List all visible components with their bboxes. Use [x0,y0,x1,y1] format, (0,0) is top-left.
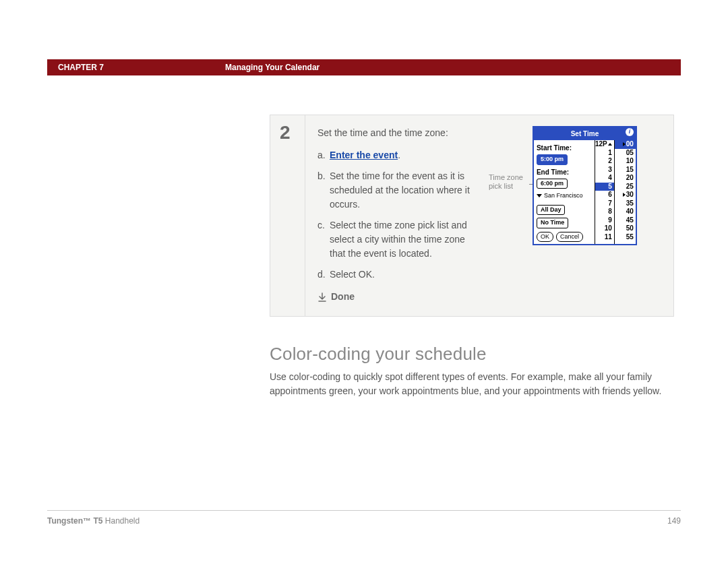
product-name: Tungsten™ T5 Handheld [47,516,140,526]
hour-value[interactable]: 11 [595,233,612,242]
hour-value[interactable]: 1 [595,149,612,158]
info-icon[interactable]: i [626,128,634,136]
minute-value[interactable]: 55 [615,233,634,242]
hour-value[interactable]: 2 [595,157,612,166]
step-instructions: Set the time and the time zone: a. Enter… [317,126,479,304]
marker-icon [623,193,626,197]
minute-value[interactable]: 25 [615,183,634,191]
timezone-picklist[interactable]: San Francisco [537,191,592,201]
hour-value[interactable]: 10 [595,224,612,233]
time-columns: 12P1234567891011 00051015202530354045505… [595,140,636,244]
step-letter: d. [317,268,330,282]
chapter-label: CHAPTER 7 [58,63,104,72]
done-label: Done [331,290,355,304]
all-day-button[interactable]: All Day [537,205,566,216]
step-c-text: Select the time zone pick list and selec… [330,218,479,261]
hour-column[interactable]: 12P1234567891011 [595,140,615,244]
step-d-text: Select OK. [330,268,375,282]
step-item-c: c. Select the time zone pick list and se… [317,218,479,261]
start-time-button[interactable]: 5:00 pm [537,154,568,165]
minute-value[interactable]: 30 [615,191,634,199]
minute-value[interactable]: 50 [615,224,634,233]
step-item-a: a. Enter the event. [317,148,479,162]
step-b-text: Set the time for the event as it is sche… [330,169,479,212]
step-item-b: b. Set the time for the event as it is s… [317,169,479,212]
minute-column[interactable]: 000510152025303540455055 [615,140,636,244]
minute-value[interactable]: 35 [615,199,634,208]
section-heading: Color-coding your schedule [270,344,674,365]
hour-value[interactable]: 12P [595,140,612,149]
no-time-button[interactable]: No Time [537,218,568,228]
hour-value[interactable]: 6 [595,191,612,199]
end-time-label: End Time: [537,167,592,177]
step-intro: Set the time and the time zone: [317,126,479,140]
down-arrow-icon [317,292,327,302]
chapter-header: CHAPTER 7 Managing Your Calendar [47,59,681,75]
chapter-title: Managing Your Calendar [225,63,320,72]
minute-value[interactable]: 45 [615,216,634,225]
main-content: 2 Set the time and the time zone: a. Ent… [270,115,674,398]
end-time-button[interactable]: 6:00 pm [537,179,568,189]
ok-button[interactable]: OK [537,232,553,243]
step-a-suffix: . [398,150,400,160]
hour-value[interactable]: 7 [595,199,612,208]
step-number: 2 [270,115,305,316]
minute-value[interactable]: 05 [615,149,634,158]
callout-line2: pick list [489,182,513,191]
dialog-left-panel: Start Time: 5:00 pm End Time: 6:00 pm Sa… [534,140,595,244]
minute-value[interactable]: 20 [615,174,634,183]
up-arrow-icon[interactable] [608,143,612,146]
hour-value[interactable]: 9 [595,216,612,225]
minute-value[interactable]: 00 [615,140,636,149]
step-item-d: d. Select OK. [317,268,479,282]
callout-line1: Time zone [489,173,523,182]
chevron-down-icon [537,194,542,197]
page-number: 149 [667,516,681,526]
start-time-label: Start Time: [537,143,592,153]
marker-icon [623,142,626,146]
done-indicator: Done [317,290,479,304]
minute-value[interactable]: 15 [615,166,634,175]
set-time-dialog: Set Time i Start Time: 5:00 pm End Time:… [533,126,637,245]
step-letter: c. [317,218,330,261]
hour-value[interactable]: 8 [595,208,612,216]
cancel-button[interactable]: Cancel [556,232,583,243]
callout: Time zone pick list [489,126,523,304]
step-body: Set the time and the time zone: a. Enter… [305,115,648,316]
minute-value[interactable]: 40 [615,208,634,216]
step-block: 2 Set the time and the time zone: a. Ent… [270,115,674,317]
hour-value[interactable]: 5 [595,183,614,191]
dialog-title: Set Time i [534,127,636,140]
timezone-value: San Francisco [544,191,583,201]
device-screenshot: Set Time i Start Time: 5:00 pm End Time:… [533,126,637,304]
enter-event-link[interactable]: Enter the event [330,150,398,160]
step-letter: a. [317,148,330,162]
hour-value[interactable]: 4 [595,174,612,183]
section-paragraph: Use color-coding to quickly spot differe… [270,370,674,398]
page-footer: Tungsten™ T5 Handheld 149 [47,510,681,526]
minute-value[interactable]: 10 [615,157,634,166]
hour-value[interactable]: 3 [595,166,612,175]
step-letter: b. [317,169,330,212]
